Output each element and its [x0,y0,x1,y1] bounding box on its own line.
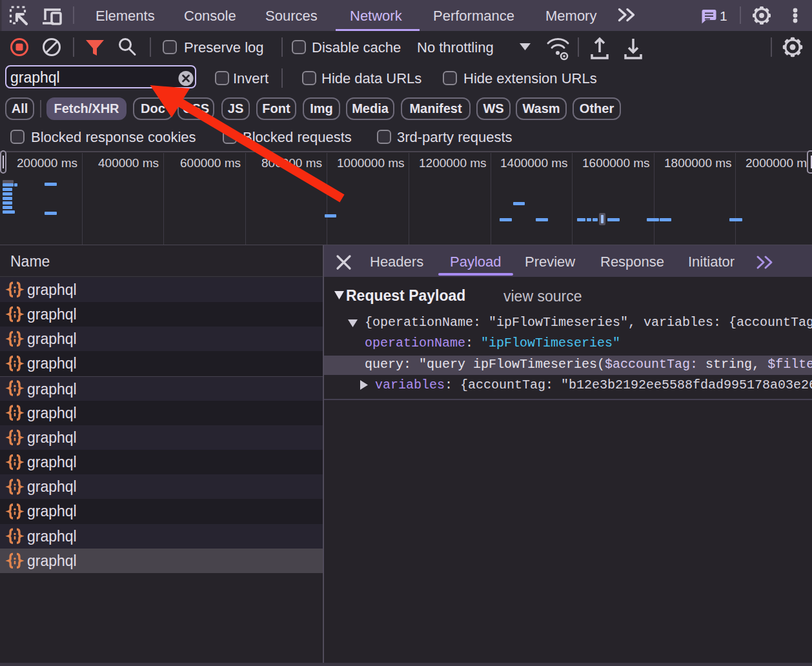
svg-text:1: 1 [720,8,727,23]
